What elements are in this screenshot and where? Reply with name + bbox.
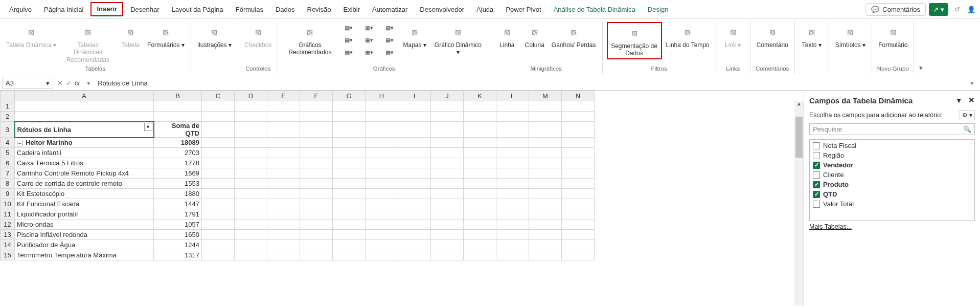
cell[interactable] [464, 101, 496, 112]
menu-tab-desenvolvedor[interactable]: Desenvolvedor [415, 4, 469, 15]
cell[interactable] [398, 250, 431, 260]
cell[interactable] [333, 158, 366, 168]
cell[interactable] [464, 199, 496, 209]
formula-bar-expand-icon[interactable]: ▾ [966, 79, 978, 87]
cell[interactable] [300, 122, 333, 138]
cell-b10[interactable]: 1447 [154, 199, 202, 209]
cell[interactable] [267, 230, 300, 240]
forms-button[interactable]: ▧Formulários ▾ [145, 22, 187, 50]
sparkline-column-button[interactable]: ▧Coluna [522, 22, 548, 50]
illustrations-button[interactable]: ▧Ilustrações ▾ [195, 22, 234, 50]
maps-button[interactable]: ▧Mapas ▾ [401, 22, 428, 50]
cell[interactable] [431, 250, 464, 260]
cell[interactable] [496, 179, 529, 189]
cell-b15[interactable]: 1317 [154, 250, 202, 260]
cell[interactable] [267, 101, 300, 112]
cell[interactable] [333, 112, 366, 122]
cell-a12[interactable]: Micro-ondas [15, 220, 154, 230]
table-row[interactable]: 10Kit Funcional Escada1447 [1, 199, 595, 209]
collapse-icon[interactable]: − [17, 141, 22, 146]
cell[interactable] [496, 112, 529, 122]
cell[interactable] [300, 230, 333, 240]
cell[interactable] [235, 189, 267, 199]
cell[interactable] [235, 112, 267, 122]
cell[interactable] [366, 122, 398, 138]
cell[interactable] [398, 112, 431, 122]
cell[interactable] [562, 189, 595, 199]
cell-a4[interactable]: −Heitor Marinho [15, 138, 154, 148]
table-row[interactable]: 7Carrinho Controle Remoto Pickup 4x41669 [1, 168, 595, 179]
cell[interactable] [464, 220, 496, 230]
cell[interactable] [431, 101, 464, 112]
cell[interactable] [464, 250, 496, 260]
cell[interactable] [333, 122, 366, 138]
cell[interactable] [235, 240, 267, 250]
cell[interactable] [398, 101, 431, 112]
cell[interactable] [464, 240, 496, 250]
cell[interactable] [300, 138, 333, 148]
cell[interactable] [235, 220, 267, 230]
cell-a7[interactable]: Carrinho Controle Remoto Pickup 4x4 [15, 168, 154, 179]
cell-b3[interactable]: Soma de QTD [154, 122, 202, 138]
cell[interactable] [300, 199, 333, 209]
cell[interactable] [431, 199, 464, 209]
cell[interactable] [267, 138, 300, 148]
cell[interactable] [398, 138, 431, 148]
field-produto[interactable]: ✓Produto [811, 180, 973, 189]
row-header-7[interactable]: 7 [1, 168, 15, 179]
cell[interactable] [235, 158, 267, 168]
cell[interactable] [235, 209, 267, 220]
cell[interactable] [398, 209, 431, 220]
pane-collapse-icon[interactable]: ▾ [957, 96, 961, 104]
checkbox-icon[interactable]: ✓ [813, 191, 820, 198]
row-header-14[interactable]: 14 [1, 240, 15, 250]
cell[interactable] [562, 209, 595, 220]
checkbox-icon[interactable]: ✓ [813, 162, 820, 169]
cell[interactable] [562, 138, 595, 148]
cell[interactable] [333, 179, 366, 189]
cell-b7[interactable]: 1669 [154, 168, 202, 179]
scroll-up-icon[interactable]: ▲ [794, 101, 804, 108]
table-row[interactable]: 11Liquidificador portátil1791 [1, 209, 595, 220]
cell[interactable] [366, 112, 398, 122]
cell[interactable] [464, 138, 496, 148]
field-search-input[interactable]: Pesquisar 🔍 [809, 123, 975, 135]
cell[interactable] [202, 179, 235, 189]
cell[interactable] [464, 189, 496, 199]
cell[interactable] [366, 209, 398, 220]
column-header-F[interactable]: F [300, 91, 333, 101]
cell[interactable] [333, 168, 366, 179]
menu-tab-layout-da-página[interactable]: Layout da Página [167, 4, 229, 15]
cell[interactable] [496, 168, 529, 179]
cell[interactable] [366, 148, 398, 158]
cell[interactable] [562, 112, 595, 122]
cell[interactable] [529, 179, 562, 189]
table-row[interactable]: 4−Heitor Marinho18089 [1, 138, 595, 148]
cell[interactable] [267, 240, 300, 250]
formula-dropdown-icon[interactable]: ▾ [87, 79, 90, 87]
field-vendedor[interactable]: ✓Vendedor [811, 160, 973, 170]
row-header-10[interactable]: 10 [1, 199, 15, 209]
menu-tab-revisão[interactable]: Revisão [302, 4, 336, 15]
cell[interactable] [267, 189, 300, 199]
cell[interactable] [267, 250, 300, 260]
cell[interactable] [300, 240, 333, 250]
cell-a8[interactable]: Carro de corrida de controle remoto [15, 179, 154, 189]
cell-b2[interactable] [154, 112, 202, 122]
checkbox-icon[interactable] [813, 171, 820, 179]
table-row[interactable]: 6Caixa Térmica 5 Litros1778 [1, 158, 595, 168]
menu-tab-fórmulas[interactable]: Fórmulas [231, 4, 268, 15]
cell[interactable] [235, 230, 267, 240]
cell[interactable] [562, 148, 595, 158]
cell[interactable] [398, 122, 431, 138]
column-header-N[interactable]: N [562, 91, 595, 101]
row-header-15[interactable]: 15 [1, 250, 15, 260]
menu-tab-exibir[interactable]: Exibir [338, 4, 365, 15]
cell-b5[interactable]: 2703 [154, 148, 202, 158]
vertical-scrollbar[interactable]: ▲ [794, 101, 804, 305]
chart-type-button[interactable]: ▦▾ [339, 34, 358, 46]
cell-b8[interactable]: 1553 [154, 179, 202, 189]
cell[interactable] [464, 122, 496, 138]
cell-b14[interactable]: 1244 [154, 240, 202, 250]
cell[interactable] [398, 189, 431, 199]
